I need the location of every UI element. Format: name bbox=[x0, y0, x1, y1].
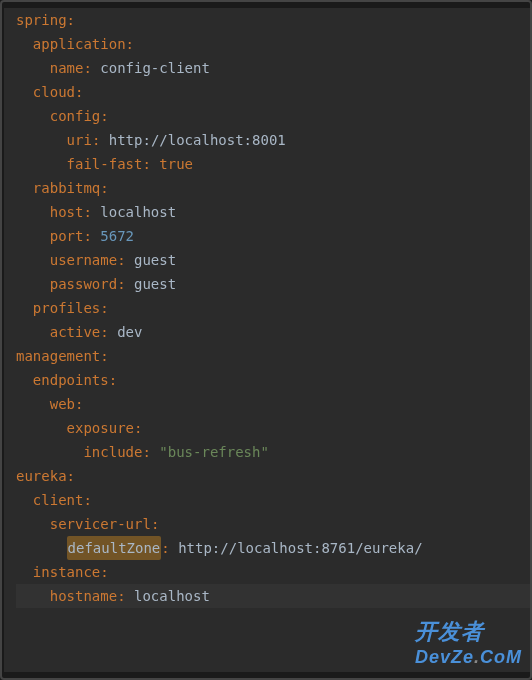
indent bbox=[16, 488, 33, 512]
code-line[interactable]: defaultZone: http://localhost:8761/eurek… bbox=[16, 536, 530, 560]
watermark-text-cn: 开发者 bbox=[415, 617, 522, 647]
indent bbox=[16, 536, 67, 560]
colon: : bbox=[151, 512, 159, 536]
code-line-active[interactable]: hostname: localhost bbox=[16, 584, 530, 608]
yaml-key: cloud bbox=[33, 80, 75, 104]
yaml-key: uri bbox=[67, 128, 92, 152]
indent bbox=[16, 128, 67, 152]
indent bbox=[16, 56, 50, 80]
yaml-value: guest bbox=[134, 272, 176, 296]
yaml-value: config-client bbox=[100, 56, 210, 80]
colon: : bbox=[100, 104, 108, 128]
code-line[interactable]: username: guest bbox=[16, 248, 530, 272]
yaml-key: management bbox=[16, 344, 100, 368]
colon: : bbox=[100, 176, 108, 200]
code-line[interactable]: instance: bbox=[16, 560, 530, 584]
indent bbox=[16, 296, 33, 320]
code-line[interactable]: exposure: bbox=[16, 416, 530, 440]
colon: : bbox=[83, 224, 100, 248]
colon: : bbox=[67, 464, 75, 488]
code-line[interactable]: client: bbox=[16, 488, 530, 512]
yaml-key: port bbox=[50, 224, 84, 248]
yaml-key: username bbox=[50, 248, 117, 272]
colon: : bbox=[100, 296, 108, 320]
indent bbox=[16, 224, 50, 248]
code-line[interactable]: eureka: bbox=[16, 464, 530, 488]
yaml-value: true bbox=[159, 152, 193, 176]
code-line[interactable]: host: localhost bbox=[16, 200, 530, 224]
yaml-value: http://localhost:8001 bbox=[109, 128, 286, 152]
code-line[interactable]: cloud: bbox=[16, 80, 530, 104]
yaml-key: application bbox=[33, 32, 126, 56]
yaml-key: endpoints bbox=[33, 368, 109, 392]
yaml-value: http://localhost:8761/eureka/ bbox=[178, 536, 422, 560]
yaml-key: profiles bbox=[33, 296, 100, 320]
colon: : bbox=[67, 8, 75, 32]
indent bbox=[16, 512, 50, 536]
yaml-value: 5672 bbox=[100, 224, 134, 248]
indent bbox=[16, 176, 33, 200]
indent bbox=[16, 320, 50, 344]
colon: : bbox=[83, 56, 100, 80]
code-line[interactable]: servicer-url: bbox=[16, 512, 530, 536]
indent bbox=[16, 440, 83, 464]
code-editor[interactable]: spring: application: name: config-client… bbox=[4, 8, 530, 672]
yaml-key-warning: defaultZone bbox=[67, 536, 162, 560]
yaml-key: instance bbox=[33, 560, 100, 584]
yaml-value: guest bbox=[134, 248, 176, 272]
code-line[interactable]: name: config-client bbox=[16, 56, 530, 80]
colon: : bbox=[117, 248, 134, 272]
indent bbox=[16, 200, 50, 224]
yaml-key: rabbitmq bbox=[33, 176, 100, 200]
colon: : bbox=[161, 536, 178, 560]
code-line[interactable]: port: 5672 bbox=[16, 224, 530, 248]
indent bbox=[16, 584, 50, 608]
code-line[interactable]: active: dev bbox=[16, 320, 530, 344]
code-line[interactable]: include: "bus-refresh" bbox=[16, 440, 530, 464]
yaml-value: "bus-refresh" bbox=[159, 440, 269, 464]
yaml-key: host bbox=[50, 200, 84, 224]
colon: : bbox=[83, 200, 100, 224]
yaml-key: web bbox=[50, 392, 75, 416]
code-line[interactable]: web: bbox=[16, 392, 530, 416]
yaml-value: dev bbox=[117, 320, 142, 344]
code-line[interactable]: profiles: bbox=[16, 296, 530, 320]
colon: : bbox=[117, 584, 134, 608]
yaml-key: active bbox=[50, 320, 101, 344]
yaml-key: include bbox=[83, 440, 142, 464]
code-line[interactable]: management: bbox=[16, 344, 530, 368]
code-line[interactable]: password: guest bbox=[16, 272, 530, 296]
colon: : bbox=[100, 560, 108, 584]
colon: : bbox=[142, 440, 159, 464]
indent bbox=[16, 32, 33, 56]
code-line[interactable]: fail-fast: true bbox=[16, 152, 530, 176]
indent bbox=[16, 104, 50, 128]
colon: : bbox=[126, 32, 134, 56]
yaml-key: name bbox=[50, 56, 84, 80]
indent bbox=[16, 560, 33, 584]
yaml-key: servicer-url bbox=[50, 512, 151, 536]
indent bbox=[16, 392, 50, 416]
code-line[interactable]: application: bbox=[16, 32, 530, 56]
colon: : bbox=[100, 320, 117, 344]
yaml-key: config bbox=[50, 104, 101, 128]
indent bbox=[16, 152, 67, 176]
yaml-key: fail-fast bbox=[67, 152, 143, 176]
watermark-text-en: DevZe.CoM bbox=[415, 647, 522, 668]
yaml-key: exposure bbox=[67, 416, 134, 440]
watermark: 开发者 DevZe.CoM bbox=[415, 617, 522, 668]
yaml-key: client bbox=[33, 488, 84, 512]
yaml-value: localhost bbox=[100, 200, 176, 224]
yaml-value: localhost bbox=[134, 584, 210, 608]
code-line[interactable]: config: bbox=[16, 104, 530, 128]
indent bbox=[16, 368, 33, 392]
code-line[interactable]: uri: http://localhost:8001 bbox=[16, 128, 530, 152]
indent bbox=[16, 272, 50, 296]
code-line[interactable]: rabbitmq: bbox=[16, 176, 530, 200]
yaml-key: eureka bbox=[16, 464, 67, 488]
colon: : bbox=[100, 344, 108, 368]
code-line[interactable]: spring: bbox=[16, 8, 530, 32]
colon: : bbox=[75, 392, 83, 416]
code-line[interactable]: endpoints: bbox=[16, 368, 530, 392]
yaml-key: spring bbox=[16, 8, 67, 32]
